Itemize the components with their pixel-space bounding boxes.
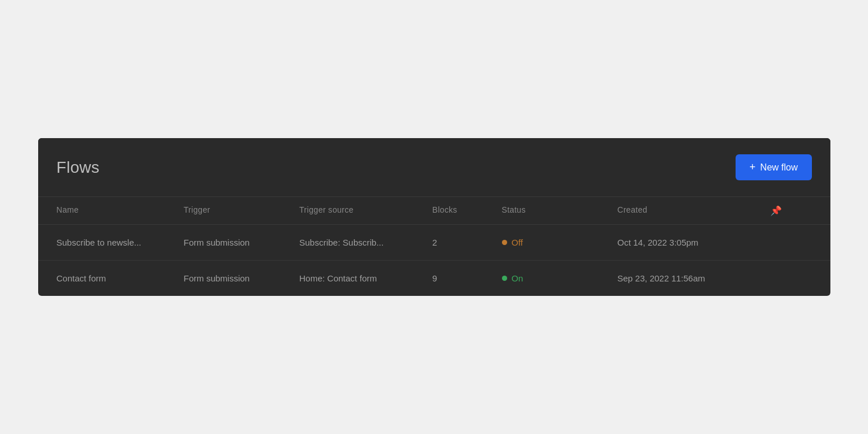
flows-header: Flows + New flow: [38, 138, 830, 196]
plus-icon: +: [749, 161, 756, 173]
new-flow-button-label: New flow: [760, 162, 798, 173]
row-1-created: Oct 14, 2022 3:05pm: [618, 238, 762, 247]
column-header-created: Created: [618, 205, 762, 216]
page-background: Flows + New flow Name Trigger Trigger so…: [0, 0, 868, 434]
column-header-blocks: Blocks: [433, 205, 502, 216]
row-2-created: Sep 23, 2022 11:56am: [618, 273, 762, 283]
row-1-pin: [762, 238, 791, 247]
table-row[interactable]: Subscribe to newsle... Form submission S…: [38, 225, 830, 261]
status-dot-off-icon: [502, 240, 507, 245]
table-header-row: Name Trigger Trigger source Blocks Statu…: [38, 196, 830, 225]
status-dot-on-icon: [502, 276, 507, 281]
flows-panel: Flows + New flow Name Trigger Trigger so…: [38, 138, 830, 296]
row-1-trigger-source: Subscribe: Subscrib...: [300, 238, 433, 247]
row-1-name: Subscribe to newsle...: [57, 238, 184, 247]
row-2-pin: [762, 273, 791, 283]
column-header-trigger: Trigger: [184, 205, 300, 216]
row-2-name: Contact form: [57, 273, 184, 283]
row-2-status-text: On: [512, 273, 523, 283]
pin-header-icon: 📌: [770, 205, 782, 216]
row-2-blocks: 9: [433, 273, 502, 283]
row-2-trigger: Form submission: [184, 273, 300, 283]
row-1-blocks: 2: [433, 238, 502, 247]
row-1-status-text: Off: [512, 238, 523, 247]
row-1-status: Off: [502, 238, 618, 247]
row-2-status: On: [502, 273, 618, 283]
flows-table: Name Trigger Trigger source Blocks Statu…: [38, 196, 830, 296]
row-1-trigger: Form submission: [184, 238, 300, 247]
table-row[interactable]: Contact form Form submission Home: Conta…: [38, 261, 830, 296]
page-title: Flows: [57, 158, 100, 177]
column-header-pin: 📌: [762, 205, 791, 216]
row-2-trigger-source: Home: Contact form: [300, 273, 433, 283]
column-header-name: Name: [57, 205, 184, 216]
column-header-status: Status: [502, 205, 618, 216]
column-header-trigger-source: Trigger source: [300, 205, 433, 216]
new-flow-button[interactable]: + New flow: [736, 154, 811, 180]
